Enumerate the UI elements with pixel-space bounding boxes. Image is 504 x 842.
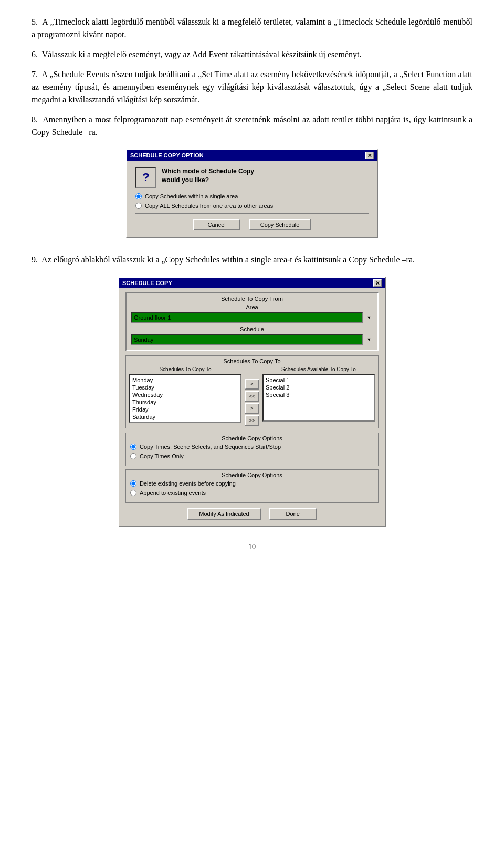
options1-radio1-input[interactable] [130, 444, 136, 450]
options1-title: Schedule Copy Options [130, 435, 374, 441]
arrow-left-single[interactable]: < [245, 379, 259, 390]
area-dropdown-row: Ground floor 1 ▼ [131, 312, 373, 323]
options2-radio1-label[interactable]: Delete existing events before copying [130, 480, 374, 487]
schedule-dropdown-arrow[interactable]: ▼ [365, 335, 373, 344]
area-label: Area [131, 304, 373, 310]
paragraph-7: 7. A „Schedule Events részen tudjuk beál… [32, 68, 472, 106]
options1-section: Schedule Copy Options Copy Times, Scene … [125, 433, 379, 466]
options1-radio2-input[interactable] [130, 453, 136, 459]
options2-radio2-label[interactable]: Append to existing events [130, 490, 374, 496]
list-item[interactable]: Thursday [131, 398, 239, 406]
dialog1-radio2-label[interactable]: Copy ALL Schedules from one area to othe… [135, 203, 369, 209]
options2-radio2-text: Append to existing events [140, 490, 206, 496]
list-item[interactable]: Special 1 [265, 376, 373, 384]
schedule-copy-dialog: SCHEDULE COPY ✕ Schedule To Copy From Ar… [118, 277, 386, 527]
paragraph-9: 9. Az előugró ablakból válasszuk ki a „C… [32, 254, 472, 266]
schedules-right-col: Schedules Available To Copy To Special 1… [262, 366, 375, 422]
paragraph-5: 5. A „Timeclock alatti legördülő menüből… [32, 16, 472, 41]
dialog1-title-bar: SCHEDULE COPY OPTION ✕ [127, 150, 377, 161]
dialog1-radio2-input[interactable] [135, 203, 142, 209]
copy-from-section: Schedule To Copy From Area Ground floor … [125, 292, 379, 351]
list-item[interactable]: Special 2 [265, 384, 373, 391]
options2-radio2-input[interactable] [130, 490, 136, 496]
list-item[interactable]: Tuesday [131, 384, 239, 391]
schedule-copy-option-dialog: SCHEDULE COPY OPTION ✕ ? Which mode of S… [126, 149, 378, 238]
paragraph-6: 6. Válasszuk ki a megfelelő eseményt, va… [32, 48, 472, 61]
dialog2-body: Schedule To Copy From Area Ground floor … [119, 288, 385, 526]
schedule-dropdown[interactable]: Sunday [131, 334, 363, 345]
dialog2-close-button[interactable]: ✕ [373, 279, 382, 287]
schedules-right-list[interactable]: Special 1Special 2Special 3 [262, 374, 375, 422]
dialog1-radio-group: Copy Schedules within a single area Copy… [135, 193, 369, 209]
dialog1-content-row: ? Which mode of Schedule Copy would you … [135, 167, 369, 188]
options2-radio1-text: Delete existing events before copying [140, 480, 236, 487]
dialog1-copy-button[interactable]: Copy Schedule [249, 219, 311, 230]
options1-radio2-text: Copy Times Only [140, 453, 184, 459]
options2-title: Schedule Copy Options [130, 472, 374, 478]
list-item[interactable]: Special 3 [265, 391, 373, 398]
dialog1-radio1-input[interactable] [135, 193, 142, 199]
dialog2-title-text: SCHEDULE COPY [122, 280, 172, 286]
dialog1-question-text: Which mode of Schedule Copy would you li… [162, 167, 254, 185]
area-dropdown[interactable]: Ground floor 1 [131, 312, 363, 323]
dialog1-title-text: SCHEDULE COPY OPTION [130, 152, 204, 159]
dialog1-close-button[interactable]: ✕ [365, 152, 374, 159]
dialog2-container: SCHEDULE COPY ✕ Schedule To Copy From Ar… [32, 277, 472, 527]
arrow-col: < << > >> [245, 366, 259, 426]
schedules-left-list[interactable]: MondayTuesdayWednesdayThursdayFridaySatu… [129, 374, 242, 423]
schedules-left-col: Schedules To Copy To MondayTuesdayWednes… [129, 366, 242, 423]
col1-header: Schedules To Copy To [129, 366, 242, 373]
list-item[interactable]: Wednesday [131, 391, 239, 398]
dialog1-cancel-button[interactable]: Cancel [193, 219, 240, 230]
col2-header: Schedules Available To Copy To [262, 366, 375, 373]
arrow-right-single[interactable]: > [245, 403, 259, 414]
dialog1-body: ? Which mode of Schedule Copy would you … [127, 161, 377, 237]
arrow-left-double[interactable]: << [245, 391, 259, 402]
area-dropdown-value: Ground floor 1 [134, 314, 171, 321]
dialog2-title-bar: SCHEDULE COPY ✕ [119, 278, 385, 288]
copy-to-title: Schedules To Copy To [129, 358, 375, 364]
dialog2-button-row: Modify As Indicated Done [125, 508, 379, 520]
copy-to-section: Schedules To Copy To Schedules To Copy T… [125, 355, 379, 428]
schedule-dropdown-value: Sunday [134, 336, 153, 343]
dialog1-radio2-text: Copy ALL Schedules from one area to othe… [145, 203, 273, 209]
options2-radio1-input[interactable] [130, 480, 136, 487]
copy-from-label: Schedule To Copy From [131, 296, 373, 302]
arrow-right-double[interactable]: >> [245, 415, 259, 426]
dialog1-radio1-label[interactable]: Copy Schedules within a single area [135, 193, 369, 199]
dialog1-question-icon: ? [135, 167, 156, 188]
schedule-label: Schedule [131, 326, 373, 332]
options1-radio1-text: Copy Times, Scene Selects, and Sequences… [140, 444, 281, 450]
schedule-dropdown-row: Sunday ▼ [131, 334, 373, 345]
modify-button[interactable]: Modify As Indicated [187, 508, 260, 520]
list-item[interactable]: Friday [131, 406, 239, 413]
dialog1-separator [135, 213, 369, 214]
options1-radio2-label[interactable]: Copy Times Only [130, 453, 374, 459]
dialog1-button-row: Cancel Copy Schedule [135, 219, 369, 230]
dialog1-container: SCHEDULE COPY OPTION ✕ ? Which mode of S… [32, 149, 472, 238]
list-item[interactable]: Monday [131, 376, 239, 384]
dialog1-radio1-text: Copy Schedules within a single area [145, 193, 238, 199]
options1-radio1-label[interactable]: Copy Times, Scene Selects, and Sequences… [130, 444, 374, 450]
schedules-columns: Schedules To Copy To MondayTuesdayWednes… [129, 366, 375, 426]
page-number: 10 [32, 543, 472, 551]
list-item[interactable]: Saturday [131, 413, 239, 420]
options2-section: Schedule Copy Options Delete existing ev… [125, 469, 379, 503]
done-button[interactable]: Done [269, 508, 317, 520]
area-dropdown-arrow[interactable]: ▼ [365, 313, 373, 322]
paragraph-8: 8. Amennyiben a most felprogramozott nap… [32, 113, 472, 139]
